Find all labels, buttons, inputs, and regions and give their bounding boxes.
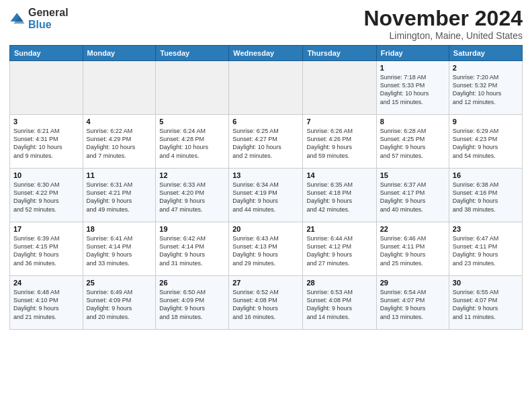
calendar-cell: 29Sunrise: 6:54 AM Sunset: 4:07 PM Dayli…: [376, 276, 449, 330]
day-number: 28: [306, 279, 372, 287]
calendar-cell: 30Sunrise: 6:55 AM Sunset: 4:07 PM Dayli…: [449, 276, 522, 330]
calendar-header: Sunday Monday Tuesday Wednesday Thursday…: [10, 46, 523, 61]
day-info: Sunrise: 6:38 AM Sunset: 4:16 PM Dayligh…: [453, 181, 519, 214]
col-saturday: Saturday: [449, 46, 522, 61]
day-number: 7: [306, 118, 372, 126]
day-number: 2: [453, 64, 519, 72]
day-info: Sunrise: 6:25 AM Sunset: 4:27 PM Dayligh…: [232, 127, 299, 160]
day-number: 3: [13, 118, 79, 126]
calendar-cell: 25Sunrise: 6:49 AM Sunset: 4:09 PM Dayli…: [83, 276, 156, 330]
day-number: 30: [453, 279, 519, 287]
month-title: November 2024: [363, 7, 523, 30]
calendar-table: Sunday Monday Tuesday Wednesday Thursday…: [9, 45, 523, 330]
calendar-cell: 10Sunrise: 6:30 AM Sunset: 4:22 PM Dayli…: [10, 169, 83, 222]
calendar-cell: 24Sunrise: 6:48 AM Sunset: 4:10 PM Dayli…: [10, 276, 83, 330]
day-number: 22: [380, 225, 445, 233]
day-info: Sunrise: 6:22 AM Sunset: 4:29 PM Dayligh…: [87, 127, 152, 160]
calendar-cell: 19Sunrise: 6:42 AM Sunset: 4:14 PM Dayli…: [156, 222, 229, 276]
calendar-cell: 20Sunrise: 6:43 AM Sunset: 4:13 PM Dayli…: [229, 222, 303, 276]
day-info: Sunrise: 6:46 AM Sunset: 4:11 PM Dayligh…: [380, 234, 445, 267]
day-info: Sunrise: 6:33 AM Sunset: 4:20 PM Dayligh…: [159, 181, 225, 214]
week-row-5: 24Sunrise: 6:48 AM Sunset: 4:10 PM Dayli…: [10, 276, 523, 330]
day-info: Sunrise: 6:48 AM Sunset: 4:10 PM Dayligh…: [13, 288, 79, 321]
calendar-cell: [10, 61, 83, 115]
location: Limington, Maine, United States: [363, 30, 523, 41]
day-info: Sunrise: 6:21 AM Sunset: 4:31 PM Dayligh…: [13, 127, 79, 160]
calendar-cell: [83, 61, 156, 115]
calendar-cell: 27Sunrise: 6:52 AM Sunset: 4:08 PM Dayli…: [229, 276, 303, 330]
col-friday: Friday: [376, 46, 449, 61]
day-info: Sunrise: 6:52 AM Sunset: 4:08 PM Dayligh…: [232, 288, 299, 321]
day-number: 17: [13, 225, 79, 233]
day-info: Sunrise: 6:39 AM Sunset: 4:15 PM Dayligh…: [13, 234, 79, 267]
day-info: Sunrise: 6:47 AM Sunset: 4:11 PM Dayligh…: [453, 234, 519, 267]
page: General Blue November 2024 Limington, Ma…: [0, 0, 532, 411]
col-sunday: Sunday: [10, 46, 83, 61]
calendar-cell: [156, 61, 229, 115]
day-number: 16: [453, 171, 519, 179]
day-info: Sunrise: 6:49 AM Sunset: 4:09 PM Dayligh…: [87, 288, 152, 321]
day-info: Sunrise: 7:18 AM Sunset: 5:33 PM Dayligh…: [380, 73, 445, 106]
calendar-cell: 26Sunrise: 6:50 AM Sunset: 4:09 PM Dayli…: [156, 276, 229, 330]
day-info: Sunrise: 6:30 AM Sunset: 4:22 PM Dayligh…: [13, 181, 79, 214]
calendar-cell: [303, 61, 376, 115]
logo: General Blue: [9, 7, 69, 30]
day-number: 29: [380, 279, 445, 287]
title-section: November 2024 Limington, Maine, United S…: [363, 7, 523, 41]
day-info: Sunrise: 6:55 AM Sunset: 4:07 PM Dayligh…: [453, 288, 519, 321]
calendar-cell: 2Sunrise: 7:20 AM Sunset: 5:32 PM Daylig…: [449, 61, 522, 115]
calendar-cell: 11Sunrise: 6:31 AM Sunset: 4:21 PM Dayli…: [83, 169, 156, 222]
day-number: 20: [232, 225, 299, 233]
day-info: Sunrise: 6:29 AM Sunset: 4:23 PM Dayligh…: [453, 127, 519, 160]
calendar-body: 1Sunrise: 7:18 AM Sunset: 5:33 PM Daylig…: [10, 61, 523, 330]
calendar-cell: 22Sunrise: 6:46 AM Sunset: 4:11 PM Dayli…: [376, 222, 449, 276]
col-tuesday: Tuesday: [156, 46, 229, 61]
calendar-cell: 17Sunrise: 6:39 AM Sunset: 4:15 PM Dayli…: [10, 222, 83, 276]
day-info: Sunrise: 6:37 AM Sunset: 4:17 PM Dayligh…: [380, 181, 445, 214]
day-number: 8: [380, 118, 445, 126]
header: General Blue November 2024 Limington, Ma…: [9, 7, 523, 41]
day-info: Sunrise: 6:35 AM Sunset: 4:18 PM Dayligh…: [306, 181, 372, 214]
day-info: Sunrise: 6:41 AM Sunset: 4:14 PM Dayligh…: [87, 234, 152, 267]
day-number: 13: [232, 171, 299, 179]
week-row-1: 1Sunrise: 7:18 AM Sunset: 5:33 PM Daylig…: [10, 61, 523, 115]
week-row-4: 17Sunrise: 6:39 AM Sunset: 4:15 PM Dayli…: [10, 222, 523, 276]
calendar-cell: 1Sunrise: 7:18 AM Sunset: 5:33 PM Daylig…: [376, 61, 449, 115]
day-number: 6: [232, 118, 299, 126]
calendar-cell: [229, 61, 303, 115]
day-info: Sunrise: 6:31 AM Sunset: 4:21 PM Dayligh…: [87, 181, 152, 214]
calendar-cell: 6Sunrise: 6:25 AM Sunset: 4:27 PM Daylig…: [229, 115, 303, 169]
day-number: 23: [453, 225, 519, 233]
col-monday: Monday: [83, 46, 156, 61]
calendar-cell: 14Sunrise: 6:35 AM Sunset: 4:18 PM Dayli…: [303, 169, 376, 222]
calendar-cell: 13Sunrise: 6:34 AM Sunset: 4:19 PM Dayli…: [229, 169, 303, 222]
calendar-cell: 7Sunrise: 6:26 AM Sunset: 4:26 PM Daylig…: [303, 115, 376, 169]
day-info: Sunrise: 6:43 AM Sunset: 4:13 PM Dayligh…: [232, 234, 299, 267]
calendar-cell: 21Sunrise: 6:44 AM Sunset: 4:12 PM Dayli…: [303, 222, 376, 276]
day-number: 9: [453, 118, 519, 126]
calendar-cell: 5Sunrise: 6:24 AM Sunset: 4:28 PM Daylig…: [156, 115, 229, 169]
calendar-cell: 12Sunrise: 6:33 AM Sunset: 4:20 PM Dayli…: [156, 169, 229, 222]
calendar-cell: 18Sunrise: 6:41 AM Sunset: 4:14 PM Dayli…: [83, 222, 156, 276]
day-number: 4: [87, 118, 152, 126]
day-info: Sunrise: 6:50 AM Sunset: 4:09 PM Dayligh…: [159, 288, 225, 321]
day-info: Sunrise: 6:24 AM Sunset: 4:28 PM Dayligh…: [159, 127, 225, 160]
day-info: Sunrise: 6:44 AM Sunset: 4:12 PM Dayligh…: [306, 234, 372, 267]
calendar-cell: 28Sunrise: 6:53 AM Sunset: 4:08 PM Dayli…: [303, 276, 376, 330]
day-number: 12: [159, 171, 225, 179]
day-info: Sunrise: 6:28 AM Sunset: 4:25 PM Dayligh…: [380, 127, 445, 160]
day-number: 10: [13, 171, 79, 179]
day-number: 14: [306, 171, 372, 179]
day-number: 5: [159, 118, 225, 126]
day-number: 21: [306, 225, 372, 233]
logo-text: General Blue: [28, 7, 69, 30]
day-number: 11: [87, 171, 152, 179]
logo-icon: [9, 11, 26, 27]
day-number: 26: [159, 279, 225, 287]
header-row: Sunday Monday Tuesday Wednesday Thursday…: [10, 46, 523, 61]
day-info: Sunrise: 6:54 AM Sunset: 4:07 PM Dayligh…: [380, 288, 445, 321]
col-thursday: Thursday: [303, 46, 376, 61]
day-info: Sunrise: 6:42 AM Sunset: 4:14 PM Dayligh…: [159, 234, 225, 267]
col-wednesday: Wednesday: [229, 46, 303, 61]
calendar-cell: 23Sunrise: 6:47 AM Sunset: 4:11 PM Dayli…: [449, 222, 522, 276]
